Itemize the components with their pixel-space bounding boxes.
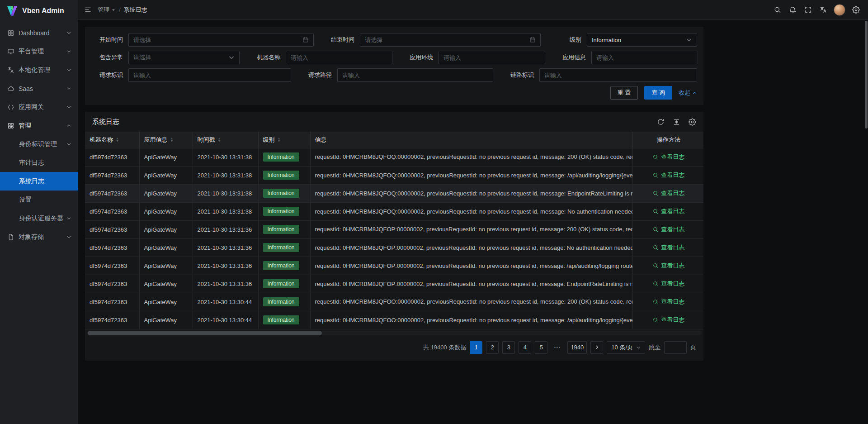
view-log-link[interactable]: 查看日志 xyxy=(652,316,684,324)
logo[interactable]: Vben Admin xyxy=(0,0,78,22)
sidebar-item-gateway[interactable]: 应用网关 xyxy=(0,98,78,116)
sidebar-item-label: 设置 xyxy=(19,196,71,204)
filter-text-app-env[interactable] xyxy=(439,51,545,64)
start-time-input[interactable] xyxy=(133,37,299,43)
column-header[interactable]: 机器名称▲▼ xyxy=(85,132,139,148)
filter-field-request-id: 请求标识 xyxy=(91,68,291,82)
filter-select-level[interactable]: Information xyxy=(587,33,697,47)
pagination-pages: 12345•••1940 xyxy=(470,341,587,354)
avatar[interactable] xyxy=(834,4,845,16)
filter-text-app-info[interactable] xyxy=(591,51,698,64)
cell-machine: df5974d72363 xyxy=(85,184,139,202)
table-row: df5974d72363ApiGateWay2021-10-30 13:30:4… xyxy=(85,311,703,329)
pagination-page-1940[interactable]: 1940 xyxy=(567,341,587,354)
cell-message: requestId: 0HMCRBM8JQFOO:00000002, previ… xyxy=(310,293,632,311)
filter-field-label: 结束时间 xyxy=(323,36,354,44)
sidebar-item-management[interactable]: 管理 xyxy=(0,116,78,135)
cell-message: requestId: 0HMCRBM8JQFOO:00000002, previ… xyxy=(310,311,632,329)
filter-text-request-id[interactable] xyxy=(128,68,291,82)
search-icon xyxy=(652,262,659,269)
column-header[interactable]: 应用信息▲▼ xyxy=(139,132,193,148)
filter-field-level: 级别Information xyxy=(550,33,697,47)
pagination-page-5[interactable]: 5 xyxy=(535,341,547,354)
machine-name-input[interactable] xyxy=(291,54,387,61)
reset-button[interactable]: 重 置 xyxy=(610,86,638,100)
horizontal-scrollbar[interactable] xyxy=(87,331,702,335)
page-size-select[interactable]: 10 条/页 xyxy=(607,341,645,354)
view-log-link[interactable]: 查看日志 xyxy=(652,207,684,215)
message-text: requestId: 0HMCRBM8JQFOQ:00000002, previ… xyxy=(315,172,633,179)
sidebar-item-audit-log[interactable]: 审计日志 xyxy=(0,153,78,172)
pagination-page-3[interactable]: 3 xyxy=(502,341,515,354)
table-settings-icon[interactable] xyxy=(689,118,696,126)
sidebar: Vben Admin Dashboard平台管理本地化管理Saas应用网关管理身… xyxy=(0,0,78,424)
sidebar-item-settings[interactable]: 设置 xyxy=(0,191,78,209)
pagination-page-2[interactable]: 2 xyxy=(486,341,499,354)
breadcrumb-section[interactable]: 管理 xyxy=(98,6,116,14)
topbar-actions xyxy=(769,0,863,20)
cell-app: ApiGateWay xyxy=(139,275,193,293)
sidebar-item-saas[interactable]: Saas xyxy=(0,79,78,98)
end-time-input[interactable] xyxy=(365,37,526,43)
table-row: df5974d72363ApiGateWay2021-10-30 13:31:3… xyxy=(85,166,703,184)
cell-action: 查看日志 xyxy=(632,148,703,166)
filter-field-app-info: 应用信息 xyxy=(554,51,698,64)
horizontal-scrollbar-thumb[interactable] xyxy=(88,331,322,335)
refresh-icon[interactable] xyxy=(657,118,665,126)
filter-text-trace-id[interactable] xyxy=(539,68,697,82)
view-log-link[interactable]: 查看日志 xyxy=(652,280,684,288)
translate-icon[interactable] xyxy=(816,0,831,20)
column-header-label: 操作方法 xyxy=(657,136,680,143)
menu-fold-icon[interactable] xyxy=(80,0,96,20)
pagination-next-button[interactable] xyxy=(590,341,603,354)
calendar-icon xyxy=(529,37,536,43)
filter-fields: 开始时间结束时间级别Information包含异常请选择机器名称应用环境应用信息… xyxy=(91,33,697,82)
app-env-input[interactable] xyxy=(443,54,540,61)
column-header[interactable]: 级别▲▼ xyxy=(258,132,310,148)
filter-date-end-time[interactable] xyxy=(360,33,541,47)
sidebar-item-platform[interactable]: 平台管理 xyxy=(0,42,78,61)
view-log-link[interactable]: 查看日志 xyxy=(652,225,684,233)
pagination-ellipsis[interactable]: ••• xyxy=(551,341,564,354)
app-info-input[interactable] xyxy=(596,54,693,61)
view-log-link[interactable]: 查看日志 xyxy=(652,189,684,197)
search-icon xyxy=(652,244,659,251)
sidebar-item-dashboard[interactable]: Dashboard xyxy=(0,24,78,42)
page-scrollbar-thumb[interactable] xyxy=(865,21,868,129)
filter-select-has-exception[interactable]: 请选择 xyxy=(128,51,240,64)
trace-id-input[interactable] xyxy=(544,72,692,79)
cell-app: ApiGateWay xyxy=(139,166,193,184)
cell-action: 查看日志 xyxy=(632,257,703,275)
cell-timestamp: 2021-10-30 13:31:38 xyxy=(193,202,258,220)
pagination-page-4[interactable]: 4 xyxy=(519,341,531,354)
view-log-label: 查看日志 xyxy=(661,298,684,306)
bell-icon[interactable] xyxy=(785,0,800,20)
view-log-link[interactable]: 查看日志 xyxy=(652,298,684,306)
cell-level: Information xyxy=(258,148,310,166)
jump-page-input[interactable] xyxy=(664,341,687,354)
request-id-input[interactable] xyxy=(133,72,286,79)
filter-text-machine-name[interactable] xyxy=(286,51,392,64)
view-log-link[interactable]: 查看日志 xyxy=(652,243,684,252)
view-log-link[interactable]: 查看日志 xyxy=(652,153,684,161)
pagination-page-1[interactable]: 1 xyxy=(470,341,482,354)
filter-text-request-path[interactable] xyxy=(337,68,493,82)
request-path-input[interactable] xyxy=(342,72,488,79)
collapse-link[interactable]: 收起 xyxy=(679,89,697,97)
sidebar-item-identity-management[interactable]: 身份标识管理 xyxy=(0,135,78,153)
search-icon[interactable] xyxy=(769,0,785,20)
view-log-label: 查看日志 xyxy=(661,225,684,233)
fullscreen-icon[interactable] xyxy=(800,0,816,20)
view-log-link[interactable]: 查看日志 xyxy=(652,262,684,270)
cell-action: 查看日志 xyxy=(632,166,703,184)
column-header[interactable]: 时间戳▲▼ xyxy=(193,132,258,148)
filter-date-start-time[interactable] xyxy=(128,33,314,47)
sidebar-item-localization[interactable]: 本地化管理 xyxy=(0,61,78,79)
sidebar-item-object-storage[interactable]: 对象存储 xyxy=(0,228,78,246)
sidebar-item-system-log[interactable]: 系统日志 xyxy=(0,172,78,191)
search-button[interactable]: 查 询 xyxy=(644,86,672,100)
settings-icon[interactable] xyxy=(848,0,863,20)
sidebar-item-auth-server[interactable]: 身份认证服务器 xyxy=(0,209,78,228)
column-height-icon[interactable] xyxy=(673,118,680,126)
view-log-link[interactable]: 查看日志 xyxy=(652,171,684,179)
